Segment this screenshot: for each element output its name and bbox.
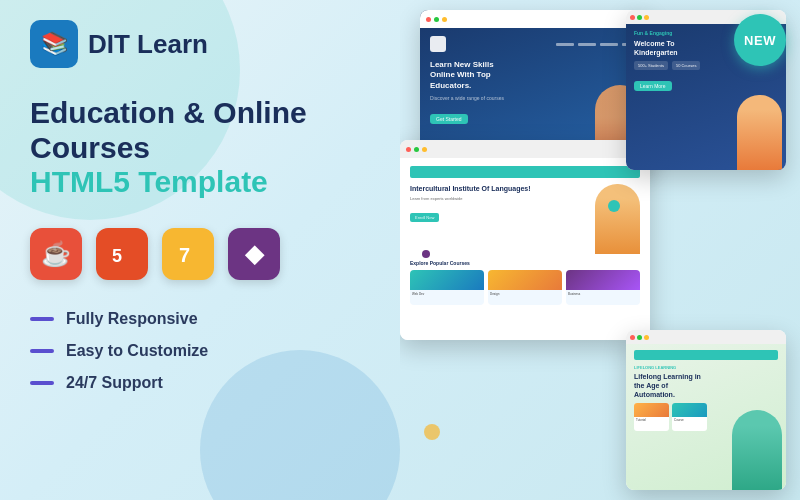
feature-dash-2 <box>30 349 54 353</box>
mockup-2-cards: Web Dev Design Business <box>410 270 640 305</box>
svg-text:7: 7 <box>179 244 190 266</box>
feature-dash-1 <box>30 317 54 321</box>
tech-icons-row: ☕ 5 7 ◆ <box>30 228 390 280</box>
logo-text: DIT Learn <box>88 29 208 60</box>
left-panel: 📚 DIT Learn Education & Online Courses H… <box>0 0 420 500</box>
seven-icon: 7 <box>162 228 214 280</box>
feature-list: Fully Responsive Easy to Customize 24/7 … <box>30 310 390 392</box>
mockup-4-title: Lifelong Learning in the Age of Automati… <box>634 372 709 399</box>
dot-green-1 <box>434 17 439 22</box>
mockup-4-person <box>732 410 782 490</box>
feature-customize: Easy to Customize <box>30 342 390 360</box>
seven-svg: 7 <box>174 240 202 268</box>
mockup-2-nav <box>410 166 640 178</box>
navdot-2 <box>578 43 596 46</box>
mockup-1-nav <box>430 36 640 52</box>
mockup-2-content: Intercultural Institute Of Languages! Le… <box>400 158 650 340</box>
feature-dash-3 <box>30 381 54 385</box>
navdot-3 <box>600 43 618 46</box>
dot-red-4 <box>630 335 635 340</box>
feature-support: 24/7 Support <box>30 374 390 392</box>
mockup-4-titlebar <box>626 330 786 344</box>
dot-green-4 <box>637 335 642 340</box>
html5-svg: 5 <box>108 240 136 268</box>
logo-icon: 📚 <box>30 20 78 68</box>
mockup-2-cta: Enroll Now <box>410 213 439 222</box>
deco-dot-teal <box>608 200 620 212</box>
mockup-2-titlebar <box>400 140 650 158</box>
feature-label-customize: Easy to Customize <box>66 342 208 360</box>
mockup-2-sub: Learn from experts worldwide <box>410 196 589 201</box>
mockup-4-card-text-2: Course <box>672 417 707 423</box>
dot-red-1 <box>426 17 431 22</box>
dot-yellow-4 <box>644 335 649 340</box>
mockup-4-card-text-1: Tutorial <box>634 417 669 423</box>
mockup-2-textblock: Intercultural Institute Of Languages! Le… <box>410 184 589 254</box>
mockup-4-card-img-2 <box>672 403 707 417</box>
mockup-2-hero: Intercultural Institute Of Languages! Le… <box>410 184 640 254</box>
mockup-1-cta: Get Started <box>430 114 468 124</box>
dot-green-3 <box>637 15 642 20</box>
mockup-3-stat-2: 50 Courses <box>672 61 700 70</box>
logo-area: 📚 DIT Learn <box>30 20 390 68</box>
deco-dot-purple <box>422 250 430 258</box>
deco-dot-yellow <box>424 424 440 440</box>
mockup-2-card-3: Business <box>566 270 640 305</box>
mockup-4-content: LIFELONG LEARNING Lifelong Learning in t… <box>626 344 786 490</box>
mockup-2-card-1: Web Dev <box>410 270 484 305</box>
mockup-2-card-img-2 <box>488 270 562 290</box>
mockup-4-nav <box>634 350 778 360</box>
mockup-4-card-1: Tutorial <box>634 403 669 431</box>
navdot-1 <box>556 43 574 46</box>
mockup-3-person <box>737 95 782 170</box>
mockup-2-courses-label: Explore Popular Courses <box>410 260 640 266</box>
feature-label-support: 24/7 Support <box>66 374 163 392</box>
mockup-2-title: Intercultural Institute Of Languages! <box>410 184 589 193</box>
dot-red-3 <box>630 15 635 20</box>
mockup-1-hero-text: Learn New Skills Online With Top Educato… <box>430 60 520 91</box>
mockup-2-card-2: Design <box>488 270 562 305</box>
mockup-3-stat-1: 500+ Students <box>634 61 668 70</box>
feature-label-responsive: Fully Responsive <box>66 310 198 328</box>
mockup-2: Intercultural Institute Of Languages! Le… <box>400 140 650 340</box>
mockup-4: LIFELONG LEARNING Lifelong Learning in t… <box>626 330 786 490</box>
mockup-3-cta: Learn More <box>634 81 672 91</box>
new-badge: NEW <box>734 14 786 66</box>
heading-line2: HTML5 Template <box>30 165 268 198</box>
dot-yellow-3 <box>644 15 649 20</box>
main-heading: Education & Online Courses HTML5 Templat… <box>30 96 390 200</box>
mockup-1-hero-sub: Discover a wide range of courses <box>430 95 530 101</box>
mockup-2-card-img-3 <box>566 270 640 290</box>
mockup-2-card-text-1: Web Dev <box>410 290 484 298</box>
dot-green-2 <box>414 147 419 152</box>
mockup-2-card-text-2: Design <box>488 290 562 298</box>
feature-responsive: Fully Responsive <box>30 310 390 328</box>
right-panel: NEW Learn New Skills Online With Top Edu… <box>400 0 800 500</box>
heading-line1: Education & Online Courses <box>30 96 307 164</box>
mockup-4-tagline: LIFELONG LEARNING <box>634 365 778 370</box>
mockup-2-person <box>595 184 640 254</box>
dot-red-2 <box>406 147 411 152</box>
mockup-4-card-2: Course <box>672 403 707 431</box>
html5-icon: 5 <box>96 228 148 280</box>
mockup-2-card-img-1 <box>410 270 484 290</box>
svg-text:5: 5 <box>112 246 122 266</box>
java-icon: ☕ <box>30 228 82 280</box>
dot-yellow-2 <box>422 147 427 152</box>
mockup-1-logo <box>430 36 446 52</box>
mockup-2-card-text-3: Business <box>566 290 640 298</box>
mockup-4-card-img-1 <box>634 403 669 417</box>
mockup-1-titlebar <box>420 10 650 28</box>
mockup-3-title: Welcome To Kindergarten <box>634 39 714 57</box>
dot-yellow-1 <box>442 17 447 22</box>
gem-icon: ◆ <box>228 228 280 280</box>
